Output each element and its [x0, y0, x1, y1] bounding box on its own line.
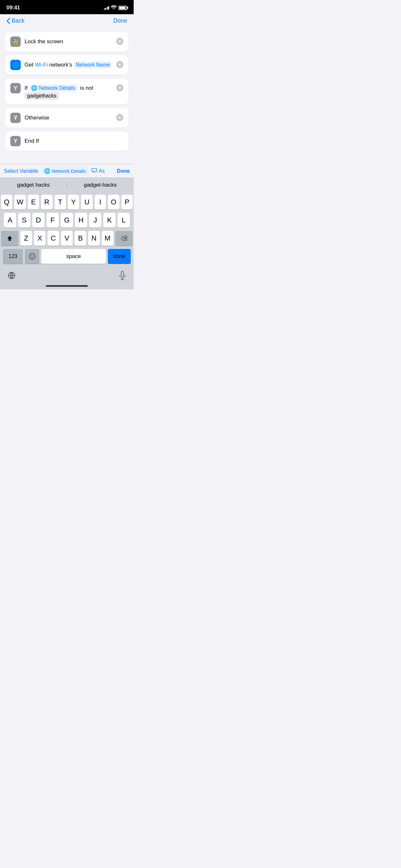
get-wifi-text: Get Wi-Fi network's Network Name — [25, 60, 112, 69]
keyboard: Q W E R T Y U I O P A S D F G H J K L Z … — [0, 192, 134, 268]
key-C[interactable]: C — [48, 231, 59, 246]
toolbar: Select Variable 🌐 Network Details As Don… — [0, 164, 134, 178]
keyboard-row-1: Q W E R T Y U I O P — [1, 195, 133, 210]
end-if-card: Y End If — [5, 131, 128, 151]
svg-point-0 — [29, 253, 35, 259]
otherwise-close[interactable] — [116, 114, 123, 121]
as-label: As — [98, 168, 104, 174]
key-N[interactable]: N — [88, 231, 100, 246]
if-y-icon: Y — [10, 83, 21, 93]
key-A[interactable]: A — [4, 213, 16, 228]
key-E[interactable]: E — [28, 195, 39, 210]
key-Q[interactable]: Q — [1, 195, 12, 210]
lock-screen-text: Lock the screen — [25, 36, 112, 45]
nav-done-button[interactable]: Done — [113, 18, 127, 24]
key-O[interactable]: O — [108, 195, 119, 210]
home-indicator-bar — [0, 283, 134, 289]
select-variable-button[interactable]: Select Variable — [4, 168, 38, 174]
bottom-bar — [0, 268, 134, 283]
done-key[interactable]: done — [108, 249, 131, 264]
svg-rect-7 — [121, 271, 123, 276]
battery-icon — [119, 6, 127, 10]
shift-key[interactable] — [1, 231, 19, 246]
comment-icon — [91, 168, 97, 175]
key-M[interactable]: M — [102, 231, 113, 246]
globe-bottom-icon[interactable] — [8, 272, 16, 281]
key-G[interactable]: G — [61, 213, 73, 228]
autocomplete-bar: gadget hacks gadget-hacks — [0, 178, 134, 192]
otherwise-card: Y Otherwise — [5, 108, 128, 128]
key-L[interactable]: L — [118, 213, 130, 228]
key-S[interactable]: S — [18, 213, 30, 228]
key-J[interactable]: J — [89, 213, 101, 228]
key-I[interactable]: I — [95, 195, 106, 210]
globe-toolbar-icon: 🌐 — [44, 168, 50, 174]
key-T[interactable]: T — [55, 195, 66, 210]
signal-icon — [104, 6, 110, 10]
back-label: Back — [11, 18, 25, 24]
end-if-y-icon: Y — [10, 136, 21, 146]
network-details-label: Network Details — [52, 168, 86, 174]
if-condition-card: Y If 🌐 Network Details is not gadgethack… — [5, 79, 128, 104]
wifi-icon — [111, 5, 117, 10]
back-button[interactable]: Back — [6, 18, 25, 24]
navigation-bar: Back Done — [0, 14, 134, 28]
key-R[interactable]: R — [41, 195, 52, 210]
keyboard-row-4: 123 space done — [1, 249, 133, 264]
key-W[interactable]: W — [14, 195, 26, 210]
if-condition-close[interactable] — [116, 84, 123, 91]
globe-action-icon: 🌐 — [10, 60, 21, 70]
otherwise-text: Otherwise — [25, 113, 112, 122]
space-key[interactable]: space — [41, 249, 106, 264]
status-time: 09:41 — [6, 4, 20, 11]
key-K[interactable]: K — [103, 213, 116, 228]
home-bar — [46, 285, 88, 287]
key-Y[interactable]: Y — [68, 195, 79, 210]
as-done-button[interactable]: As — [91, 168, 104, 175]
key-B[interactable]: B — [74, 231, 86, 246]
toolbar-done-button[interactable]: Done — [117, 168, 130, 174]
numbers-key[interactable]: 123 — [3, 249, 23, 264]
emoji-key[interactable] — [25, 249, 39, 264]
keyboard-row-2: A S D F G H J K L — [1, 213, 133, 228]
get-wifi-close[interactable] — [116, 61, 123, 68]
content-area: 🔒 Lock the screen 🌐 Get Wi-Fi network's … — [0, 28, 134, 164]
get-wifi-card: 🌐 Get Wi-Fi network's Network Name — [5, 55, 128, 74]
key-U[interactable]: U — [81, 195, 92, 210]
key-V[interactable]: V — [61, 231, 73, 246]
status-bar: 09:41 — [0, 0, 134, 14]
status-icons — [104, 5, 127, 10]
otherwise-y-icon: Y — [10, 113, 21, 123]
network-details-badge[interactable]: 🌐 Network Details — [41, 167, 88, 175]
key-Z[interactable]: Z — [20, 231, 32, 246]
if-condition-text: If 🌐 Network Details is not gadgethacks — [25, 83, 112, 100]
key-D[interactable]: D — [32, 213, 44, 228]
autocomplete-item-1[interactable]: gadget hacks — [0, 181, 67, 190]
key-H[interactable]: H — [75, 213, 87, 228]
keyboard-row-3: Z X C V B N M — [1, 231, 133, 246]
end-if-text: End If — [25, 136, 123, 145]
lock-screen-close[interactable] — [116, 38, 123, 45]
backspace-key[interactable] — [115, 231, 133, 246]
lock-screen-card: 🔒 Lock the screen — [5, 32, 128, 51]
lock-icon: 🔒 — [10, 36, 21, 47]
key-F[interactable]: F — [47, 213, 59, 228]
key-X[interactable]: X — [34, 231, 45, 246]
mic-icon[interactable] — [119, 271, 126, 282]
key-P[interactable]: P — [121, 195, 133, 210]
autocomplete-item-2[interactable]: gadget-hacks — [67, 181, 134, 190]
